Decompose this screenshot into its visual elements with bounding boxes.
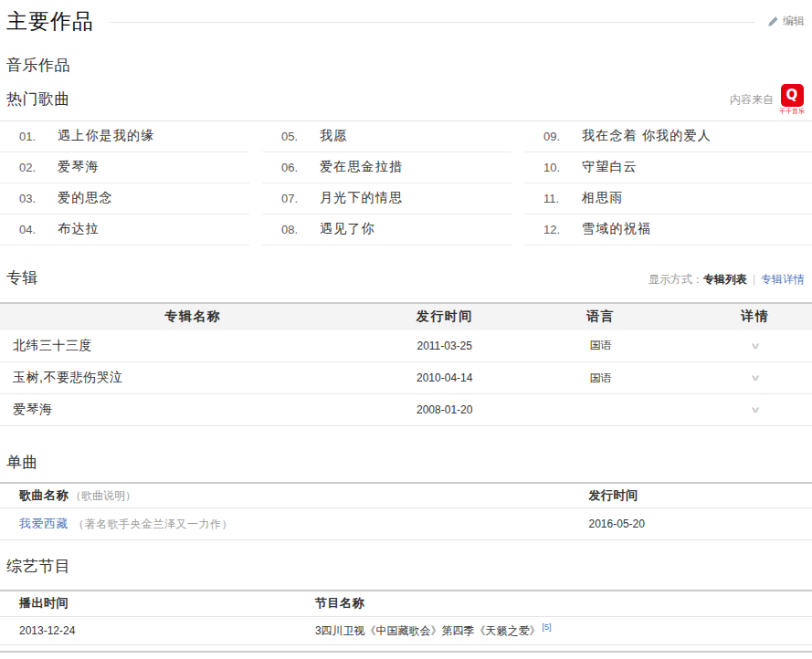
- variety-table-header-row: 播出时间 节目名称: [0, 591, 812, 617]
- album-list-mode-button[interactable]: 专辑列表: [703, 273, 747, 286]
- variety-program-name: 3四川卫视《中国藏歌会》第四季《天籁之爱》: [315, 624, 541, 637]
- column-header-song-note: （歌曲说明）: [70, 489, 136, 502]
- display-mode-switcher: 显示方式：专辑列表|专辑详情: [649, 272, 805, 288]
- song-number: 08.: [262, 223, 320, 236]
- qianqian-logo-icon: Q: [781, 84, 804, 107]
- column-header-program-name: 节目名称: [315, 591, 812, 617]
- edit-button[interactable]: 编辑: [767, 14, 805, 29]
- song-number: 07.: [262, 192, 320, 205]
- chevron-down-icon[interactable]: ∨: [750, 405, 761, 415]
- pencil-icon: [767, 16, 779, 27]
- singles-table-header-row: 歌曲名称（歌曲说明） 发行时间: [0, 483, 812, 508]
- column-header-air-date: 播出时间: [0, 591, 315, 617]
- hot-songs-list: 01.遇上你是我的缘 02.爱琴海 03.爱的思念 04.布达拉 05.我愿 0…: [0, 120, 812, 246]
- song-item: 10.守望白云: [524, 152, 812, 183]
- qianqian-music-logo[interactable]: Q 千千音乐: [779, 84, 805, 115]
- section-divider: [0, 651, 812, 653]
- content-source-label: 内容来自: [730, 92, 774, 108]
- display-mode-label: 显示方式：: [649, 273, 703, 286]
- song-name-link[interactable]: 月光下的情思: [320, 190, 403, 206]
- albums-table-header-row: 专辑名称 发行时间 语言 详情: [0, 303, 812, 330]
- column-header-detail: 详情: [699, 303, 812, 330]
- section-title-music-works: 音乐作品: [0, 57, 812, 75]
- major-works-section: 主要作品 编辑 音乐作品 热门歌曲 内容来自 Q 千千音乐 01.遇上你是我的缘…: [0, 7, 812, 659]
- content-source: 内容来自 Q 千千音乐: [730, 84, 805, 115]
- album-row: 玉树,不要悲伤哭泣 2010-04-14 国语 ∨: [0, 362, 812, 394]
- song-name-link[interactable]: 爱在思金拉措: [320, 159, 403, 175]
- song-item: 12.雪域的祝福: [524, 214, 812, 246]
- album-name: 玉树,不要悲伤哭泣: [0, 362, 385, 394]
- song-name-link[interactable]: 布达拉: [58, 221, 100, 237]
- song-number: 12.: [524, 223, 582, 236]
- qianqian-logo-caption: 千千音乐: [779, 107, 805, 115]
- song-item: 01.遇上你是我的缘: [0, 121, 249, 152]
- song-item: 04.布达拉: [0, 214, 249, 246]
- song-item: 09.我在念着 你我的爱人: [524, 121, 812, 152]
- chevron-down-icon[interactable]: ∨: [750, 373, 761, 383]
- song-name-link[interactable]: 爱琴海: [58, 159, 100, 175]
- song-name-link[interactable]: 爱的思念: [58, 190, 113, 206]
- albums-header: 专辑 显示方式：专辑列表|专辑详情: [0, 269, 812, 288]
- section-title-variety: 综艺节目: [0, 558, 812, 576]
- song-item: 08.遇见了你: [262, 214, 511, 246]
- album-name: 爱琴海: [0, 394, 385, 426]
- title-divider: [111, 22, 754, 23]
- column-header-language: 语言: [503, 303, 698, 330]
- column-header-song-name: 歌曲名称（歌曲说明）: [0, 483, 589, 508]
- album-language: 国语: [503, 362, 698, 394]
- section-title-albums: 专辑: [0, 269, 38, 288]
- song-item: 05.我愿: [262, 121, 511, 152]
- single-name-link[interactable]: 我爱西藏: [19, 517, 69, 530]
- song-number: 01.: [0, 130, 58, 143]
- song-name-link[interactable]: 相思雨: [582, 190, 624, 206]
- album-row: 爱琴海 2008-01-20 ∨: [0, 394, 812, 426]
- song-number: 02.: [0, 161, 58, 174]
- album-detail-mode-link[interactable]: 专辑详情: [761, 273, 805, 286]
- album-name: 北纬三十三度: [0, 330, 385, 362]
- song-number: 06.: [262, 161, 320, 174]
- song-name-link[interactable]: 遇上你是我的缘: [58, 128, 154, 144]
- chevron-down-icon[interactable]: ∨: [750, 341, 761, 351]
- album-row: 北纬三十三度 2011-03-25 国语 ∨: [0, 330, 812, 362]
- variety-row: 2013-12-24 3四川卫视《中国藏歌会》第四季《天籁之爱》[5]: [0, 617, 812, 645]
- song-name-link[interactable]: 我愿: [320, 128, 347, 144]
- variety-table: 播出时间 节目名称 2013-12-24 3四川卫视《中国藏歌会》第四季《天籁之…: [0, 590, 812, 646]
- album-language: 国语: [503, 330, 698, 362]
- song-item: 03.爱的思念: [0, 183, 249, 214]
- song-item: 06.爱在思金拉措: [262, 152, 511, 183]
- album-language: [503, 394, 698, 426]
- single-row: 我爱西藏（著名歌手央金兰泽又一力作） 2016-05-20: [0, 508, 812, 540]
- section-title-singles: 单曲: [0, 454, 812, 472]
- edit-label: 编辑: [783, 14, 805, 29]
- column-header-release-date: 发行时间: [589, 483, 812, 508]
- album-release-date: 2008-01-20: [385, 394, 503, 426]
- song-name-link[interactable]: 雪域的祝福: [582, 221, 651, 237]
- song-item: 02.爱琴海: [0, 152, 249, 183]
- column-header-album-name: 专辑名称: [0, 303, 385, 330]
- variety-air-date: 2013-12-24: [0, 617, 315, 645]
- song-number: 03.: [0, 192, 58, 205]
- song-number: 05.: [262, 130, 320, 143]
- reference-link[interactable]: [5]: [543, 622, 552, 632]
- song-name-link[interactable]: 遇见了你: [320, 221, 375, 237]
- song-number: 09.: [524, 130, 582, 143]
- section-header: 主要作品 编辑: [0, 7, 812, 35]
- album-release-date: 2010-04-14: [385, 362, 503, 394]
- song-number: 10.: [524, 161, 582, 174]
- singles-table: 歌曲名称（歌曲说明） 发行时间 我爱西藏（著名歌手央金兰泽又一力作） 2016-…: [0, 482, 812, 541]
- song-number: 04.: [0, 223, 58, 236]
- section-title-hot-songs: 热门歌曲: [0, 90, 812, 109]
- column-header-release-date: 发行时间: [385, 303, 503, 330]
- song-item: 07.月光下的情思: [262, 183, 511, 214]
- song-name-link[interactable]: 我在念着 你我的爱人: [582, 128, 712, 144]
- albums-table: 专辑名称 发行时间 语言 详情 北纬三十三度 2011-03-25 国语 ∨ 玉…: [0, 302, 812, 427]
- hot-songs-header: 热门歌曲 内容来自 Q 千千音乐: [0, 90, 812, 110]
- page-title: 主要作品: [6, 7, 94, 36]
- display-mode-separator: |: [753, 273, 755, 286]
- song-name-link[interactable]: 守望白云: [582, 159, 638, 175]
- album-release-date: 2011-03-25: [385, 330, 503, 362]
- song-number: 11.: [524, 192, 582, 205]
- single-release-date: 2016-05-20: [589, 508, 812, 540]
- song-item: 11.相思雨: [524, 183, 812, 214]
- single-note: （著名歌手央金兰泽又一力作）: [73, 518, 233, 530]
